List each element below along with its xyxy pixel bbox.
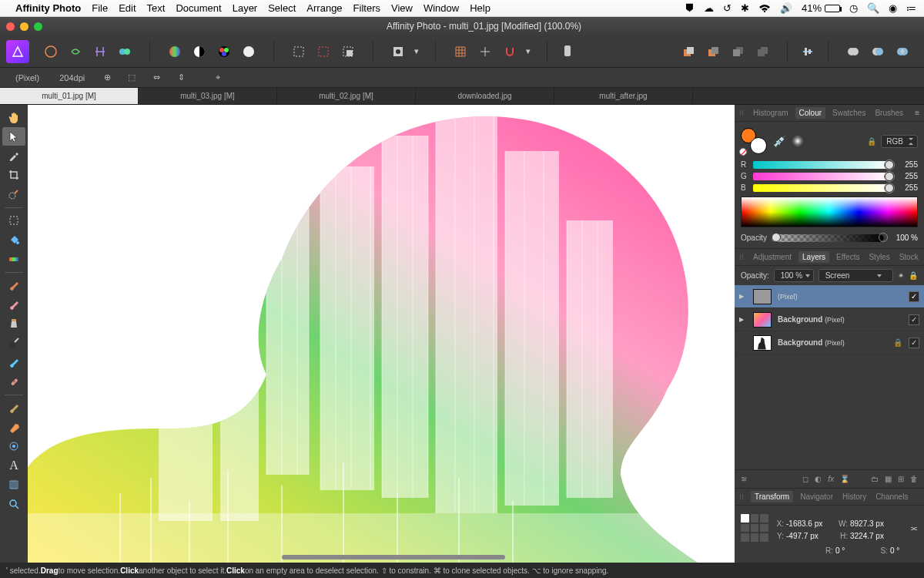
background-swatch[interactable] — [750, 137, 767, 154]
layer-row[interactable]: ▶ (Pixel) ✓ — [735, 285, 924, 308]
clone-brush-tool[interactable] — [2, 314, 25, 333]
wifi-icon[interactable] — [758, 4, 771, 13]
snapping-button[interactable] — [499, 41, 521, 62]
close-window-button[interactable] — [6, 22, 15, 31]
opacity-slider[interactable] — [772, 234, 884, 242]
auto-white-balance-button[interactable] — [238, 41, 259, 62]
crop-tool[interactable] — [2, 166, 25, 184]
tab-channels[interactable]: Channels — [873, 492, 910, 501]
ctx-transform-origin-icon[interactable]: ⌖ — [209, 70, 226, 86]
show-grid-button[interactable] — [450, 41, 471, 62]
perspective-tool[interactable] — [2, 476, 25, 494]
siri-icon[interactable]: ◉ — [889, 2, 897, 14]
tab-navigator[interactable]: Navigator — [798, 492, 835, 501]
healing-brush-tool[interactable] — [2, 372, 25, 391]
boolean-add-button[interactable] — [842, 41, 864, 62]
panel1-menu-icon[interactable]: ≡ — [915, 109, 919, 117]
auto-levels-button[interactable] — [164, 41, 186, 62]
anchor-picker[interactable] — [741, 514, 768, 542]
volume-icon[interactable]: 🔊 — [780, 2, 792, 14]
transform-w[interactable]: 8927.3 px — [850, 519, 896, 528]
clock-icon[interactable]: ◷ — [849, 2, 858, 14]
layer-thumbnail[interactable] — [753, 289, 772, 304]
menu-filters[interactable]: Filters — [353, 2, 380, 14]
tab-swatches[interactable]: Swatches — [830, 109, 868, 117]
menu-arrange[interactable]: Arrange — [306, 2, 342, 14]
layer-opacity-dropdown[interactable]: 100 % — [774, 269, 814, 282]
move-tool[interactable] — [2, 127, 25, 146]
tab-brushes[interactable]: Brushes — [872, 109, 906, 117]
slider-r[interactable] — [753, 161, 890, 169]
chevron-right-icon[interactable]: ▶ — [739, 316, 747, 323]
menu-text[interactable]: Text — [147, 2, 166, 14]
doctab-3[interactable]: downloaded.jpg — [416, 88, 554, 104]
move-to-front-button[interactable] — [678, 41, 699, 62]
tab-effects[interactable]: Effects — [834, 253, 862, 261]
photo-persona-button[interactable] — [40, 41, 62, 62]
menu-select[interactable]: Select — [268, 2, 296, 14]
fx-icon[interactable]: fx — [828, 475, 834, 483]
blend-options-icon[interactable]: ✴ — [898, 271, 904, 280]
adjustment-icon[interactable]: ◐ — [815, 475, 822, 483]
pen-tool[interactable] — [2, 418, 25, 436]
boolean-subtract-button[interactable] — [867, 41, 889, 62]
layer-thumbnail[interactable] — [753, 335, 772, 351]
paint-mixer-tool[interactable] — [2, 398, 25, 417]
menu-list-icon[interactable]: ≔ — [906, 2, 916, 14]
none-swatch[interactable] — [739, 148, 747, 156]
tab-history[interactable]: History — [840, 492, 869, 501]
doctab-0[interactable]: multi_01.jpg [M] — [0, 88, 139, 104]
link-dimensions-icon[interactable]: ⫘ — [910, 524, 918, 533]
layer-row[interactable]: ▶ Background (Pixel) ✓ — [735, 308, 924, 331]
layer-lock-icon[interactable]: 🔒 — [909, 271, 918, 280]
menu-view[interactable]: View — [391, 2, 413, 14]
ctx-lock-children-icon[interactable]: ⊕ — [99, 70, 116, 86]
erase-brush-tool[interactable] — [2, 295, 25, 314]
shield-icon[interactable]: ⛊ — [685, 2, 695, 14]
menu-edit[interactable]: Edit — [119, 2, 136, 14]
battery-status[interactable]: 41% — [802, 2, 840, 14]
tone-map-persona-button[interactable] — [114, 41, 136, 62]
timemachine-icon[interactable]: ↺ — [723, 2, 732, 14]
marquee-tool[interactable] — [2, 211, 25, 230]
chevron-right-icon[interactable]: ▶ — [739, 293, 747, 300]
spotlight-icon[interactable]: 🔍 — [867, 2, 879, 14]
eyedropper-icon[interactable]: 💉 — [773, 135, 786, 147]
value-b[interactable]: 255 — [895, 183, 918, 192]
bluetooth-icon[interactable]: ✱ — [741, 2, 749, 14]
menu-document[interactable]: Document — [176, 2, 221, 14]
cloud-icon[interactable]: ☁︎ — [704, 2, 714, 14]
tab-histogram[interactable]: Histogram — [751, 109, 791, 117]
quick-mask-dropdown[interactable]: ▾ — [412, 41, 421, 62]
align-button[interactable] — [797, 41, 819, 62]
tab-styles[interactable]: Styles — [866, 253, 892, 261]
add-layer-icon[interactable]: ⊞ — [898, 475, 904, 483]
value-r[interactable]: 255 — [895, 160, 918, 169]
flood-fill-tool[interactable] — [2, 230, 25, 249]
tab-colour[interactable]: Colour — [795, 107, 825, 119]
selection-subtract-button[interactable] — [337, 41, 359, 62]
move-to-back-button[interactable] — [752, 41, 773, 62]
opacity-value[interactable]: 100 % — [889, 234, 918, 242]
crop-to-layer-icon[interactable]: ⌛ — [840, 475, 849, 483]
selection-new-button[interactable] — [288, 41, 310, 62]
snapping-axis-button[interactable] — [474, 41, 496, 62]
transform-h[interactable]: 3224.7 px — [850, 532, 896, 540]
panel-grip-icon[interactable]: ⁞⁞ — [739, 253, 744, 261]
boolean-intersect-button[interactable] — [892, 41, 913, 62]
view-tool[interactable] — [2, 108, 25, 126]
colour-sample-icon[interactable] — [792, 136, 803, 146]
panel-grip-icon[interactable]: ⁞⁞ — [739, 109, 744, 117]
group-icon[interactable]: 🗀 — [871, 475, 879, 483]
add-pixel-layer-icon[interactable]: ▦ — [885, 475, 892, 483]
auto-colours-button[interactable] — [213, 41, 235, 62]
tab-stock[interactable]: Stock — [897, 253, 921, 261]
transform-y[interactable]: -497.7 px — [786, 532, 832, 540]
doctab-1[interactable]: multi_03.jpg [M] — [139, 88, 277, 104]
zoom-window-button[interactable] — [34, 22, 42, 31]
layer-thumbnail[interactable] — [753, 312, 772, 328]
selection-brush-tool[interactable] — [2, 185, 25, 203]
ctx-align-h-icon[interactable]: ⇔ — [148, 70, 165, 86]
app-name[interactable]: Affinity Photo — [15, 2, 81, 14]
slider-b[interactable] — [753, 184, 890, 192]
